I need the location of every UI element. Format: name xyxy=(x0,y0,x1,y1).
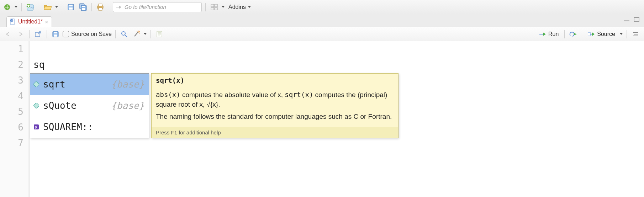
toolbar-separator xyxy=(62,3,62,11)
svg-rect-29 xyxy=(624,20,629,21)
svg-text:R: R xyxy=(31,6,33,9)
tooltip-footer: Press F1 for additional help xyxy=(152,127,398,138)
nav-back-button[interactable] xyxy=(4,29,14,39)
autocomplete-list[interactable]: sqrt {base} sQuote {base} p SQUAREM:: xyxy=(30,73,149,138)
toolbar-separator xyxy=(582,30,582,38)
editor-toolbar: Source on Save xyxy=(0,27,644,41)
goto-file-function-box[interactable] xyxy=(113,2,202,12)
toolbar-separator xyxy=(151,30,151,38)
svg-marker-24 xyxy=(222,6,225,8)
autocomplete-item-package: {base} xyxy=(111,76,144,92)
source-label: Source xyxy=(597,31,615,37)
toolbar-separator xyxy=(564,30,565,38)
maximize-pane-button[interactable] xyxy=(633,16,640,23)
goto-input[interactable] xyxy=(124,4,188,10)
rerun-button[interactable] xyxy=(568,29,578,39)
code-tools-dropdown[interactable] xyxy=(143,29,147,39)
addins-menu[interactable]: Addins xyxy=(227,4,252,10)
svg-rect-17 xyxy=(99,4,102,6)
source-on-save-label: Source on Save xyxy=(71,31,112,37)
line-number: 3 xyxy=(0,73,23,88)
save-current-button[interactable] xyxy=(51,29,60,39)
save-all-button[interactable] xyxy=(78,2,88,12)
line-number: 2 xyxy=(0,57,23,73)
function-icon xyxy=(33,81,39,87)
svg-rect-33 xyxy=(54,32,57,33)
source-button[interactable]: Source xyxy=(586,30,617,38)
function-icon xyxy=(33,102,39,109)
svg-marker-53 xyxy=(592,32,595,36)
svg-line-39 xyxy=(139,31,140,32)
close-tab-button[interactable]: × xyxy=(45,19,48,25)
source-dropdown[interactable] xyxy=(619,29,623,39)
code-line: sq xyxy=(33,57,644,73)
toolbar-separator xyxy=(627,30,627,38)
code-area[interactable]: sq sqrt {base} sQuote {base} xyxy=(30,41,644,197)
autocomplete-item[interactable]: sQuote {base} xyxy=(30,95,149,116)
nav-forward-button[interactable] xyxy=(16,29,26,39)
new-project-button[interactable]: R xyxy=(25,2,35,12)
toolbar-separator xyxy=(91,3,92,11)
svg-text:p: p xyxy=(35,125,37,129)
new-file-button[interactable] xyxy=(2,2,12,12)
svg-point-35 xyxy=(122,32,125,35)
line-number: 5 xyxy=(0,104,23,119)
run-button[interactable]: Run xyxy=(537,30,561,38)
line-number: 7 xyxy=(0,135,23,151)
source-on-save-checkbox[interactable] xyxy=(63,31,69,37)
outline-button[interactable] xyxy=(630,29,640,39)
toolbar-separator xyxy=(29,30,30,38)
svg-rect-20 xyxy=(211,4,214,7)
svg-marker-8 xyxy=(55,6,58,8)
svg-rect-34 xyxy=(54,34,57,37)
code-editor[interactable]: 1 2 3 4 5 6 7 sq sqrt {base} xyxy=(0,41,644,197)
svg-rect-22 xyxy=(211,7,214,10)
find-replace-button[interactable] xyxy=(119,29,129,39)
compile-report-button[interactable] xyxy=(154,29,164,39)
svg-text:R: R xyxy=(11,20,12,22)
svg-line-37 xyxy=(134,32,138,36)
svg-marker-42 xyxy=(144,33,147,35)
svg-rect-6 xyxy=(27,5,30,6)
tooltip-body: abs(x) computes the absolute value of x,… xyxy=(152,86,398,127)
code-tools-button[interactable] xyxy=(131,29,141,39)
line-number: 1 xyxy=(0,41,23,57)
open-file-button[interactable] xyxy=(43,2,53,12)
autocomplete-item-name: sqrt xyxy=(43,76,65,92)
svg-marker-50 xyxy=(574,33,577,35)
toolbar-separator xyxy=(39,3,39,11)
toolbar-separator xyxy=(205,3,206,11)
show-in-new-window-button[interactable] xyxy=(33,29,43,39)
tooltip-paragraph: The naming follows the standard for comp… xyxy=(156,112,394,122)
workspace-panes-dropdown[interactable] xyxy=(221,2,225,12)
autocomplete-item[interactable]: p SQUAREM:: xyxy=(30,116,149,138)
svg-marker-3 xyxy=(15,6,17,8)
svg-rect-23 xyxy=(215,7,217,10)
run-label: Run xyxy=(548,31,559,37)
autocomplete-popup: sqrt {base} sQuote {base} p SQUAREM:: xyxy=(30,73,398,138)
autocomplete-item-name: SQUAREM:: xyxy=(43,119,93,135)
file-tab-title: Untitled1* xyxy=(18,18,43,25)
svg-marker-19 xyxy=(119,5,121,9)
new-file-dropdown[interactable] xyxy=(14,2,18,12)
autocomplete-item[interactable]: sqrt {base} xyxy=(30,74,149,95)
package-icon: p xyxy=(33,124,39,130)
print-button[interactable] xyxy=(95,2,105,12)
svg-line-40 xyxy=(139,33,140,33)
editor-tab-strip: R Untitled1* × xyxy=(0,14,644,27)
minimize-pane-button[interactable] xyxy=(623,16,630,23)
svg-marker-54 xyxy=(620,33,623,35)
line-number-gutter: 1 2 3 4 5 6 7 xyxy=(0,41,30,197)
autocomplete-tooltip: sqrt(x) abs(x) computes the absolute val… xyxy=(151,73,398,138)
save-button[interactable] xyxy=(66,2,76,12)
line-number: 6 xyxy=(0,119,23,135)
svg-rect-43 xyxy=(157,31,162,37)
svg-line-41 xyxy=(137,31,137,32)
toolbar-separator xyxy=(109,3,109,11)
workspace-panes-button[interactable] xyxy=(209,2,219,12)
file-tab[interactable]: R Untitled1* × xyxy=(6,16,52,27)
autocomplete-item-name: sQuote xyxy=(43,98,76,113)
svg-rect-10 xyxy=(69,5,73,6)
svg-rect-59 xyxy=(33,103,39,108)
open-recent-dropdown[interactable] xyxy=(55,2,58,12)
